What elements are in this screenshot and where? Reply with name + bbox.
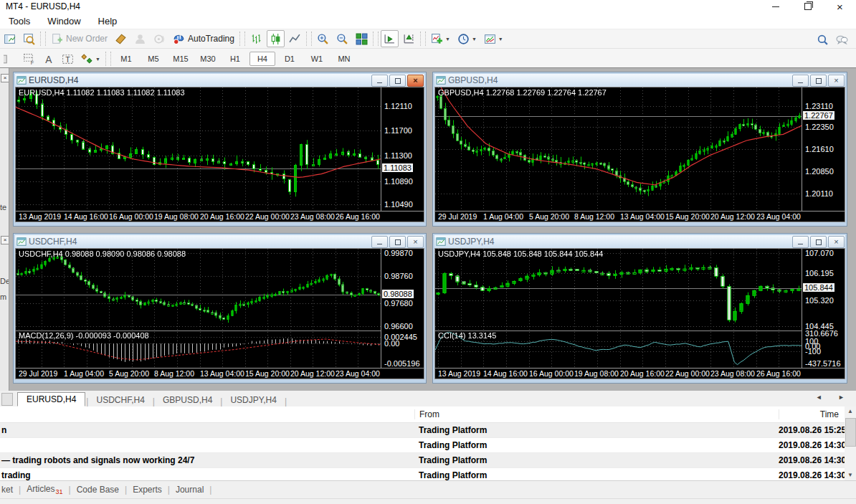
chart-minimize-button[interactable]	[792, 75, 809, 87]
scroll-up-icon[interactable]: ▲	[845, 406, 856, 417]
timeframe-m5[interactable]: M5	[141, 52, 166, 66]
panel-close-icon[interactable]: ×	[1, 236, 9, 244]
tab-scroll-arrows[interactable]: ◄ ►	[816, 394, 852, 401]
terminal-tab-code-base[interactable]: Code Base	[71, 485, 125, 495]
terminal-scrollbar[interactable]: ▲ ▼	[845, 406, 856, 480]
price-scale[interactable]: 1.231101.223501.216101.208501.201101.227…	[802, 87, 845, 211]
timeframe-m15[interactable]: M15	[168, 52, 194, 66]
chart-canvas[interactable]	[435, 249, 802, 368]
chart-close-button[interactable]: ×	[828, 236, 845, 248]
arrows-tool-button[interactable]: ▼	[78, 50, 103, 67]
menu-tools[interactable]: Tools	[0, 16, 39, 27]
terminal-tab-articles[interactable]: Articles31	[21, 484, 68, 495]
search-button[interactable]	[814, 31, 832, 48]
bar-chart-mode-button[interactable]	[247, 30, 265, 47]
price-scale[interactable]: 107.070106.195105.320104.445105.844310.6…	[802, 249, 845, 368]
minimize-button[interactable]	[759, 0, 791, 13]
news-row[interactable]: — trading robots and signals now working…	[0, 453, 856, 468]
text-label-tool-button[interactable]: T	[59, 50, 77, 67]
chevron-down-icon[interactable]: ▼	[445, 37, 450, 42]
data-window-button[interactable]	[20, 30, 38, 47]
text-tool-button[interactable]: A	[39, 50, 57, 67]
chart-close-button[interactable]: ×	[407, 75, 424, 87]
news-row[interactable]: nTrading Platform2019.08.26 15:25	[0, 423, 856, 438]
news-row[interactable]: Trading Platform2019.08.26 14:30	[0, 438, 856, 453]
chart-plot-area[interactable]: USDCHF,H4 0.98088 0.98090 0.98086 0.9808…	[15, 248, 424, 379]
time-scale[interactable]: 13 Aug 201914 Aug 16:0016 Aug 00:0019 Au…	[16, 211, 424, 222]
chart-minimize-button[interactable]	[371, 236, 388, 248]
tile-windows-button[interactable]	[353, 30, 371, 47]
chart-window-titlebar[interactable]: USDJPY,H4 ×	[434, 235, 845, 248]
chart-tab-eurusd[interactable]: EURUSD,H4	[17, 392, 85, 406]
chart-plot-area[interactable]: GBPUSD,H4 1.22768 1.22769 1.22764 1.2276…	[434, 87, 845, 222]
chart-restore-button[interactable]	[810, 75, 827, 87]
window-titlebar[interactable]: MT4 - EURUSD,H4 ×	[0, 0, 856, 13]
terminal-header-row[interactable]: From Time	[0, 406, 856, 423]
candlestick-mode-button[interactable]	[267, 30, 285, 47]
panel-close-icon[interactable]: ×	[1, 74, 9, 82]
price-scale[interactable]: 1.121101.117001.113001.108901.104901.110…	[381, 87, 424, 211]
toggle-charts-panel-button[interactable]	[1, 30, 19, 47]
chart-restore-button[interactable]	[389, 75, 406, 87]
community-chat-button[interactable]	[833, 31, 851, 48]
fibonacci-retracement-button[interactable]: F	[20, 50, 38, 67]
clipped-edge-tool-button[interactable]	[1, 50, 19, 67]
chevron-down-icon[interactable]: ▼	[472, 37, 477, 42]
price-scale[interactable]: 0.998700.987600.976800.966000.980880.002…	[381, 249, 424, 368]
line-chart-mode-button[interactable]	[286, 30, 304, 47]
timeframe-h1[interactable]: H1	[222, 52, 248, 66]
time-scale[interactable]: 29 Jul 20191 Aug 04:005 Aug 20:008 Aug 1…	[16, 368, 424, 379]
terminal-tab-journal[interactable]: Journal	[170, 485, 209, 495]
chart-canvas[interactable]	[16, 87, 381, 211]
restore-button[interactable]	[791, 0, 824, 13]
time-scale[interactable]: 13 Aug 201914 Aug 16:0016 Aug 00:0019 Au…	[435, 368, 845, 379]
terminal-panel: From Time nTrading Platform2019.08.26 15…	[0, 406, 856, 498]
scroll-down-icon[interactable]: ▼	[845, 470, 856, 480]
chart-plot-area[interactable]: USDJPY,H4 105.848 105.848 105.844 105.84…	[434, 248, 845, 379]
timeframe-mn[interactable]: MN	[331, 52, 357, 66]
time-scale[interactable]: 29 Jul 20191 Aug 04:005 Aug 20:008 Aug 1…	[435, 211, 845, 222]
timeframe-d1[interactable]: D1	[277, 52, 303, 66]
templates-button[interactable]: ▼	[481, 30, 506, 47]
periods-button[interactable]: ▼	[455, 30, 480, 47]
chart-close-button[interactable]: ×	[828, 75, 845, 87]
chart-tab-usdchf[interactable]: USDCHF,H4	[89, 394, 151, 406]
sound-alerts-button[interactable]	[151, 30, 168, 47]
chart-minimize-button[interactable]	[371, 75, 388, 87]
chart-restore-button[interactable]	[389, 236, 406, 248]
scrollbar-thumb[interactable]	[845, 418, 856, 447]
timeframe-w1[interactable]: W1	[304, 52, 330, 66]
chart-canvas[interactable]	[16, 249, 381, 368]
terminal-tab-ket[interactable]: ket	[0, 485, 19, 495]
chart-tab-usdjpy[interactable]: USDJPY,H4	[223, 394, 283, 406]
menu-window[interactable]: Window	[39, 16, 89, 27]
zoom-in-button[interactable]	[314, 30, 332, 47]
chart-restore-button[interactable]	[810, 236, 827, 248]
new-order-button[interactable]: New Order	[48, 30, 110, 47]
menu-help[interactable]: Help	[90, 16, 126, 27]
autotrading-button[interactable]: AutoTrading	[170, 30, 237, 47]
metaeditor-button[interactable]	[112, 30, 130, 47]
chart-tab-gbpusd[interactable]: GBPUSD,H4	[156, 394, 219, 406]
close-button[interactable]: ×	[824, 0, 856, 13]
expert-advisors-button[interactable]	[131, 30, 149, 47]
auto-scroll-button[interactable]	[381, 30, 399, 47]
chart-minimize-button[interactable]	[792, 236, 809, 248]
chart-shift-button[interactable]	[400, 30, 418, 47]
timeframe-h4[interactable]: H4	[249, 52, 275, 66]
timeframe-m1[interactable]: M1	[113, 52, 139, 66]
terminal-tab-experts[interactable]: Experts	[127, 485, 168, 495]
chart-close-button[interactable]: ×	[407, 236, 424, 248]
chart-window-titlebar[interactable]: EURUSD,H4 ×	[15, 74, 424, 87]
indicators-icon	[431, 33, 443, 45]
zoom-out-button[interactable]	[333, 30, 351, 47]
chevron-down-icon[interactable]: ▼	[498, 37, 503, 42]
chart-window-titlebar[interactable]: USDCHF,H4 ×	[15, 235, 424, 248]
chart-canvas[interactable]	[435, 87, 802, 211]
time-tick-label: 23 Aug 08:00	[710, 369, 755, 378]
indicators-list-button[interactable]: ▼	[428, 30, 453, 47]
chart-window-titlebar[interactable]: GBPUSD,H4 ×	[434, 74, 845, 87]
chart-plot-area[interactable]: EURUSD,H4 1.11082 1.11083 1.11082 1.1108…	[15, 87, 424, 222]
timeframe-m30[interactable]: M30	[195, 52, 221, 66]
chevron-down-icon[interactable]: ▼	[95, 57, 100, 62]
